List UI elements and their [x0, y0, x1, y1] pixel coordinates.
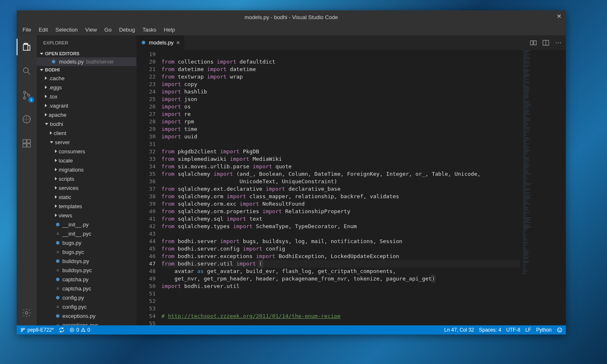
- python-file-icon: ⬢: [55, 277, 61, 282]
- menu-selection[interactable]: Selection: [52, 25, 81, 34]
- extensions-icon[interactable]: [17, 135, 37, 152]
- tree-item-label: captcha.pyc: [62, 285, 91, 292]
- svg-rect-8: [27, 144, 30, 147]
- open-file-item[interactable]: ⬢ models.py bodhi/server: [37, 57, 136, 66]
- tree-item-config-py[interactable]: ⬢config.py: [37, 293, 136, 302]
- titlebar: models.py - bodhi - Visual Studio Code ✕: [17, 10, 566, 24]
- tree-item-label: exceptions.py: [62, 313, 96, 319]
- tree-item-bugs-py[interactable]: ⬢bugs.py: [37, 238, 136, 247]
- svg-point-9: [25, 312, 28, 314]
- svg-rect-7: [23, 144, 26, 147]
- python-file-icon: ⬢: [55, 258, 61, 264]
- tree-item--tox[interactable]: .tox: [37, 92, 136, 101]
- debug-icon[interactable]: [17, 111, 37, 128]
- minimap[interactable]: ▬▬▬▬▬▬▬▬▬▬▬▬▬▬▬ ▬▬▬▬▬▬▬▬▬▬▬ ▬▬▬▬▬▬▬▬ ▬▬▬…: [520, 50, 566, 325]
- more-icon[interactable]: ⋯: [555, 39, 562, 47]
- menu-tasks[interactable]: Tasks: [139, 25, 159, 34]
- open-editors-section[interactable]: Open Editors: [37, 50, 136, 57]
- tree-item-templates[interactable]: templates: [37, 202, 136, 211]
- open-file-name: models.py: [59, 59, 84, 65]
- binary-file-icon: ≡: [55, 322, 61, 325]
- tree-item-label: __init__.pyc: [62, 231, 91, 237]
- tree-item-buildsys-py[interactable]: ⬢buildsys.py: [37, 256, 136, 266]
- chevron-right-icon: [45, 113, 47, 116]
- tree-item-label: .tox: [49, 93, 57, 100]
- tree-item-buildsys-pyc[interactable]: ≡buildsys.pyc: [37, 266, 136, 275]
- tree-item-label: views: [59, 212, 72, 219]
- code-content[interactable]: from collections import defaultdictfrom …: [161, 50, 520, 325]
- search-icon[interactable]: [17, 63, 37, 79]
- menu-view[interactable]: View: [82, 25, 100, 34]
- workbench-body: 1 Explorer Open Editors ⬢ models.py bodh…: [17, 35, 566, 325]
- tab-models-py[interactable]: ⬢ models.py ✕: [136, 35, 185, 50]
- tree-item-label: consumers: [59, 148, 85, 155]
- tree-item-apache[interactable]: apache: [37, 110, 136, 119]
- python-file-icon: ⬢: [51, 59, 57, 64]
- sync-icon[interactable]: [59, 327, 64, 333]
- indentation[interactable]: Spaces: 4: [479, 327, 501, 333]
- gear-icon[interactable]: [17, 305, 37, 321]
- chevron-right-icon: [45, 95, 47, 98]
- branch-item[interactable]: pep8-E722*: [20, 327, 54, 333]
- tree-item-scripts[interactable]: scripts: [37, 174, 136, 183]
- tree-item-label: static: [59, 194, 71, 200]
- tree-item--cache[interactable]: .cache: [37, 74, 136, 83]
- tree-item-views[interactable]: views: [37, 211, 136, 220]
- tree-item-locale[interactable]: locale: [37, 156, 136, 165]
- tree-item-label: bodhi: [50, 121, 63, 127]
- tree-item-exceptions-py[interactable]: ⬢exceptions.py: [37, 311, 136, 320]
- svg-point-1: [24, 91, 26, 93]
- problems-item[interactable]: 0 0: [69, 327, 90, 333]
- split-editor-icon[interactable]: [543, 39, 549, 46]
- chevron-right-icon: [55, 186, 57, 189]
- menu-file[interactable]: File: [19, 25, 35, 34]
- explorer-icon[interactable]: [17, 39, 37, 55]
- tree-item-bodhi[interactable]: bodhi: [37, 119, 136, 128]
- tree-item--vagrant[interactable]: .vagrant: [37, 101, 136, 110]
- tree-item-exceptions-pyc[interactable]: ≡exceptions.pyc: [37, 320, 136, 325]
- tree-item-consumers[interactable]: consumers: [37, 147, 136, 156]
- svg-point-16: [560, 329, 560, 330]
- tree-item-client[interactable]: client: [37, 128, 136, 138]
- window-title: models.py - bodhi - Visual Studio Code: [245, 14, 338, 20]
- tree-item---init---py[interactable]: ⬢__init__.py: [37, 220, 136, 229]
- workspace-section[interactable]: bodhi: [37, 66, 136, 74]
- close-icon[interactable]: ✕: [557, 13, 562, 20]
- chevron-right-icon: [55, 150, 57, 153]
- tree-item-migrations[interactable]: migrations: [37, 165, 136, 174]
- chevron-right-icon: [45, 104, 47, 107]
- tree-item-captcha-pyc[interactable]: ≡captcha.pyc: [37, 284, 136, 293]
- tree-item-services[interactable]: services: [37, 183, 136, 192]
- code-editor[interactable]: 1920212223242526272829303132333435363738…: [136, 50, 566, 325]
- menu-go[interactable]: Go: [101, 25, 115, 34]
- tree-item---init---pyc[interactable]: ≡__init__.pyc: [37, 229, 136, 238]
- language-mode[interactable]: Python: [536, 327, 552, 333]
- python-file-icon: ⬢: [55, 313, 61, 319]
- menu-edit[interactable]: Edit: [35, 25, 51, 34]
- menu-debug[interactable]: Debug: [116, 25, 138, 34]
- tree-item-label: bugs.py: [62, 240, 82, 246]
- tree-item-label: buildsys.pyc: [62, 267, 92, 273]
- tree-item--eggs[interactable]: .eggs: [37, 83, 136, 92]
- feedback-icon[interactable]: [557, 327, 562, 333]
- tree-item-server[interactable]: server: [37, 138, 136, 147]
- scm-icon[interactable]: 1: [17, 87, 37, 103]
- python-file-icon: ⬢: [141, 40, 146, 45]
- tree-item-config-pyc[interactable]: ≡config.pyc: [37, 302, 136, 311]
- editor-area: ⬢ models.py ✕ ⋯ 192021222324252627282930…: [136, 35, 566, 325]
- tree-item-captcha-py[interactable]: ⬢captcha.py: [37, 275, 136, 284]
- tree-item-static[interactable]: static: [37, 192, 136, 202]
- binary-file-icon: ≡: [55, 268, 61, 273]
- cursor-position[interactable]: Ln 47, Col 32: [444, 327, 474, 333]
- tree-item-label: migrations: [59, 167, 84, 173]
- close-icon[interactable]: ✕: [176, 40, 180, 46]
- tree-item-bugs-pyc[interactable]: ≡bugs.pyc: [37, 247, 136, 256]
- svg-rect-5: [23, 140, 26, 143]
- compare-icon[interactable]: [530, 39, 537, 46]
- binary-file-icon: ≡: [55, 231, 61, 236]
- menu-help[interactable]: Help: [161, 25, 178, 34]
- eol[interactable]: LF: [525, 327, 531, 333]
- tree-item-label: buildsys.py: [62, 258, 89, 264]
- encoding[interactable]: UTF-8: [506, 327, 520, 333]
- file-tree: .cache.eggs.tox.vagrantapachebodhiclient…: [37, 74, 136, 325]
